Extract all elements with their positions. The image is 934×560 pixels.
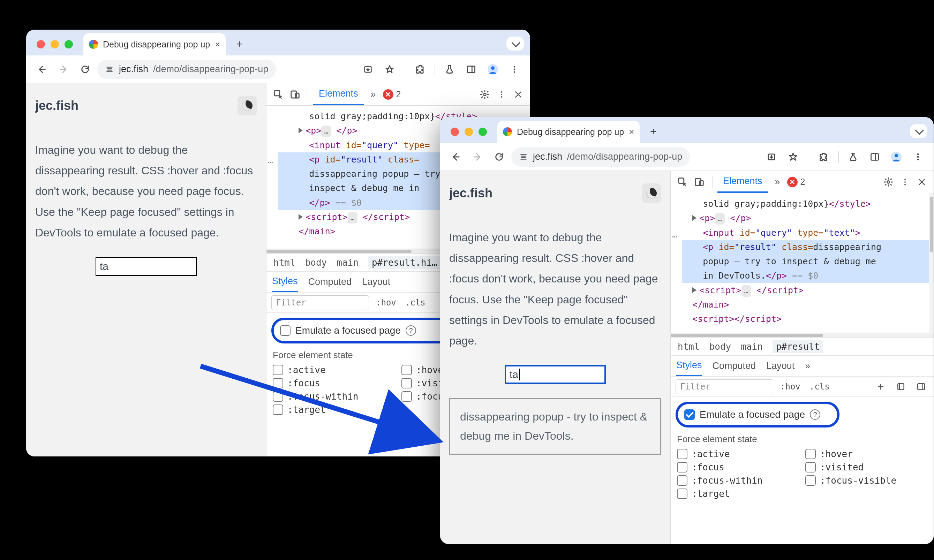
labs-icon[interactable] — [844, 148, 863, 166]
labs-icon[interactable] — [440, 60, 459, 79]
cls-toggle[interactable]: .cls — [403, 298, 428, 308]
help-icon[interactable]: ? — [406, 325, 416, 336]
minimize-window-icon[interactable] — [51, 40, 59, 48]
crumb-html[interactable]: html — [678, 342, 700, 352]
settings-icon[interactable] — [477, 87, 492, 102]
close-tab-icon[interactable]: × — [629, 126, 634, 137]
computed-styles-icon[interactable] — [893, 379, 909, 394]
state-visited[interactable]: :visited — [805, 462, 927, 472]
hov-toggle[interactable]: :hov — [778, 382, 803, 392]
error-badge-icon[interactable]: ✕ — [787, 177, 798, 187]
tab-more[interactable]: » — [769, 171, 786, 193]
dom-vertical-scrollbar[interactable] — [929, 193, 934, 333]
tab-dropdown-button[interactable] — [506, 37, 524, 51]
back-button[interactable] — [32, 60, 51, 79]
new-style-rule-icon[interactable] — [873, 379, 888, 394]
minimize-window-icon[interactable] — [465, 128, 473, 136]
device-toolbar-icon[interactable] — [288, 87, 303, 102]
overflow-icon[interactable]: ⋯ — [268, 156, 274, 170]
subtab-styles[interactable]: Styles — [272, 272, 298, 292]
state-focus[interactable]: :focus — [677, 462, 799, 472]
address-bar[interactable]: jec.fish/demo/disappearing-pop-up — [97, 60, 276, 79]
settings-icon[interactable] — [881, 174, 896, 190]
devtools-close-icon[interactable] — [914, 174, 929, 190]
filter-input[interactable]: Filter — [271, 295, 369, 310]
maximize-window-icon[interactable] — [65, 40, 73, 48]
query-input[interactable]: ta — [505, 365, 606, 384]
overflow-icon[interactable]: ⋯ — [672, 230, 678, 244]
kebab-menu-icon[interactable] — [505, 60, 524, 79]
filter-input[interactable]: Filter — [675, 379, 773, 394]
state-focus-within[interactable]: :focus-within — [677, 475, 799, 486]
extensions-icon[interactable] — [411, 60, 430, 79]
state-focus[interactable]: :focus — [273, 378, 395, 388]
crumb-html[interactable]: html — [274, 257, 295, 268]
rendering-icon[interactable] — [913, 379, 929, 394]
devtools-kebab-icon[interactable] — [897, 174, 913, 190]
profile-icon[interactable] — [483, 60, 502, 79]
forward-button[interactable] — [54, 60, 73, 79]
subtab-computed[interactable]: Computed — [308, 277, 352, 287]
emulate-checkbox[interactable] — [280, 325, 291, 336]
back-button[interactable] — [446, 148, 465, 166]
bookmark-icon[interactable] — [380, 60, 399, 79]
maximize-window-icon[interactable] — [479, 128, 487, 136]
breadcrumb[interactable]: html body main p#result — [671, 337, 934, 356]
install-app-icon[interactable] — [762, 148, 781, 166]
dom-tree[interactable]: ⋯ solid gray;padding:10px}</style> <p>… … — [671, 193, 934, 333]
error-badge-icon[interactable]: ✕ — [383, 89, 393, 100]
side-panel-icon[interactable] — [462, 60, 481, 79]
emulate-focused-page-row[interactable]: Emulate a focused page ? — [675, 402, 840, 428]
subtab-styles[interactable]: Styles — [676, 356, 702, 376]
subtab-computed[interactable]: Computed — [712, 360, 756, 371]
browser-tab[interactable]: Debug disappearing pop up × — [497, 121, 640, 143]
inspect-icon[interactable] — [271, 87, 286, 102]
subtab-layout[interactable]: Layout — [362, 277, 390, 287]
devtools-kebab-icon[interactable] — [494, 87, 509, 102]
hov-toggle[interactable]: :hov — [374, 298, 398, 308]
reload-button[interactable] — [76, 60, 94, 79]
subtab-layout[interactable]: Layout — [766, 360, 794, 371]
tab-elements[interactable]: Elements — [717, 171, 768, 193]
dom-horizontal-scrollbar[interactable] — [671, 333, 934, 337]
forward-button[interactable] — [468, 148, 487, 166]
state-hover[interactable]: :hover — [805, 449, 927, 459]
tab-more[interactable]: » — [365, 83, 382, 105]
theme-toggle[interactable] — [237, 96, 257, 115]
state-focus-visible[interactable]: :focus-visible — [805, 475, 927, 486]
crumb-body[interactable]: body — [709, 342, 731, 352]
crumb-main[interactable]: main — [337, 257, 359, 268]
new-tab-button[interactable]: + — [645, 123, 662, 140]
help-icon[interactable]: ? — [810, 409, 820, 420]
close-window-icon[interactable] — [37, 40, 45, 48]
cls-toggle[interactable]: .cls — [808, 382, 832, 392]
state-active[interactable]: :active — [677, 449, 799, 459]
tab-dropdown-button[interactable] — [910, 124, 927, 138]
state-active[interactable]: :active — [273, 365, 395, 375]
crumb-selected[interactable]: p#result.hi… — [368, 256, 441, 269]
inspect-icon[interactable] — [675, 174, 690, 190]
side-panel-icon[interactable] — [865, 148, 884, 166]
kebab-menu-icon[interactable] — [909, 148, 927, 166]
profile-icon[interactable] — [887, 148, 906, 166]
state-target[interactable]: :target — [273, 405, 395, 415]
devtools-close-icon[interactable] — [511, 87, 526, 102]
bookmark-icon[interactable] — [784, 148, 803, 166]
state-target[interactable]: :target — [677, 489, 799, 499]
install-app-icon[interactable] — [359, 60, 377, 79]
close-tab-icon[interactable]: × — [215, 39, 220, 50]
query-input[interactable]: ta — [95, 257, 197, 276]
state-focus-within[interactable]: :focus-within — [273, 391, 395, 402]
theme-toggle[interactable] — [642, 183, 661, 203]
new-tab-button[interactable]: + — [231, 35, 248, 53]
device-toolbar-icon[interactable] — [692, 174, 707, 190]
crumb-main[interactable]: main — [741, 342, 763, 352]
reload-button[interactable] — [490, 148, 508, 166]
address-bar[interactable]: jec.fish/demo/disappearing-pop-up — [511, 147, 690, 167]
crumb-body[interactable]: body — [305, 257, 327, 268]
browser-tab[interactable]: Debug disappearing pop up × — [83, 33, 226, 55]
subtab-more[interactable]: » — [805, 360, 810, 371]
extensions-icon[interactable] — [814, 148, 833, 166]
tab-elements[interactable]: Elements — [313, 83, 364, 105]
emulate-checkbox[interactable] — [684, 409, 695, 420]
